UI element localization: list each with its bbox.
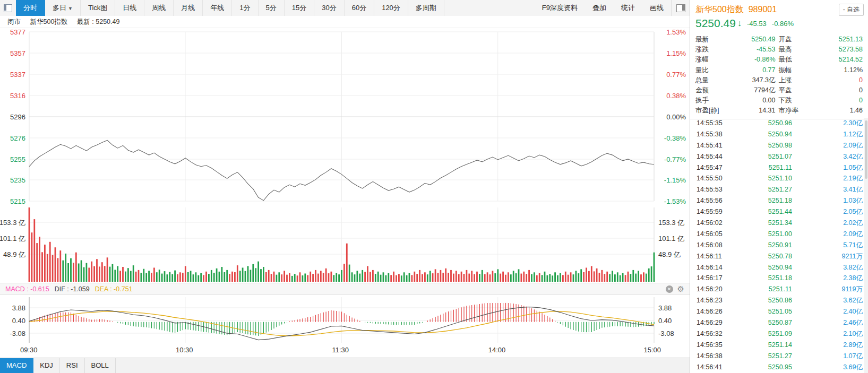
tick-time: 14:56:23: [697, 295, 739, 306]
tick-price: 5250.96: [739, 118, 792, 129]
last-price: 5250.49: [695, 17, 736, 30]
tick-row[interactable]: 14:55:355250.962.30亿: [690, 118, 864, 129]
tick-row[interactable]: 14:55:505251.102.19亿: [690, 173, 864, 184]
tick-volume: 2.09亿: [792, 229, 863, 240]
macd-chart[interactable]: 3.883.880.400.40-3.08-3.08: [0, 295, 690, 344]
tick-row[interactable]: 14:56:235250.863.62亿: [690, 295, 864, 306]
period-tab-多日[interactable]: 多日▼: [45, 0, 81, 16]
period-tab-1分[interactable]: 1分: [232, 0, 258, 16]
tick-price: 5251.27: [739, 351, 792, 362]
volume-bar: [474, 274, 475, 282]
watchlist-remove-button[interactable]: - 自选: [839, 4, 864, 16]
tick-row[interactable]: 14:56:355251.142.89亿: [690, 340, 864, 351]
period-tab-Tick图[interactable]: Tick图: [81, 0, 115, 16]
tick-time: 14:56:08: [697, 240, 739, 251]
tick-row[interactable]: 14:55:445251.073.42亿: [690, 151, 864, 162]
tick-row[interactable]: 14:56:085250.915.71亿: [690, 240, 864, 251]
indicator-tab-RSI[interactable]: RSI: [60, 358, 85, 373]
tick-row[interactable]: 14:56:025251.342.02亿: [690, 218, 864, 229]
tick-row[interactable]: 14:56:205251.119119万: [690, 284, 864, 295]
tick-row[interactable]: 14:56:415250.953.69亿: [690, 362, 864, 373]
volume-bar: [219, 272, 220, 282]
toolbar-item-叠加[interactable]: 叠加: [585, 0, 614, 16]
right-panel-toggle-icon[interactable]: [671, 0, 690, 16]
period-tab-30分[interactable]: 30分: [314, 0, 344, 16]
tick-row[interactable]: 14:56:145250.943.82亿: [690, 262, 864, 273]
tick-time: 14:56:05: [697, 229, 739, 240]
volume-axis-tick: 153.3 亿: [0, 219, 25, 227]
volume-bar: [596, 268, 598, 282]
tick-row[interactable]: 14:56:175251.182.38亿: [690, 273, 864, 284]
toolbar-item-画线[interactable]: 画线: [642, 0, 671, 16]
volume-bar: [200, 273, 202, 282]
volume-bar: [107, 257, 108, 282]
tick-row[interactable]: 14:56:055251.002.09亿: [690, 229, 864, 240]
price-axis-tick: 5296: [10, 113, 25, 121]
period-tab-15分[interactable]: 15分: [285, 0, 314, 16]
pct-axis-tick: 1.53%: [666, 28, 686, 36]
volume-bar: [390, 275, 392, 282]
tick-row[interactable]: 14:56:265251.052.40亿: [690, 306, 864, 317]
close-indicator-icon[interactable]: ✕: [666, 285, 673, 293]
period-tab-日线[interactable]: 日线: [115, 0, 144, 16]
period-tab-60分[interactable]: 60分: [345, 0, 374, 16]
volume-bar: [143, 269, 144, 282]
status-latest-price: 最新 : 5250.49: [77, 18, 120, 25]
tick-row[interactable]: 14:55:535251.273.41亿: [690, 184, 864, 195]
period-tab-月线[interactable]: 月线: [174, 0, 203, 16]
volume-chart[interactable]: 153.3 亿153.3 亿101.1 亿101.1 亿48.9 亿48.9 亿: [0, 204, 690, 283]
volume-bar: [614, 274, 616, 282]
period-tab-多周期[interactable]: 多周期: [408, 0, 444, 16]
indicator-tab-MACD[interactable]: MACD: [0, 358, 33, 373]
tick-row[interactable]: 14:55:415250.982.09亿: [690, 140, 864, 151]
stat-value: 5251.13: [810, 34, 863, 45]
volume-bar: [145, 273, 147, 282]
period-tab-年线[interactable]: 年线: [203, 0, 232, 16]
stat-label: 金额: [695, 85, 725, 96]
volume-bar: [294, 274, 296, 282]
tick-volume: 9211万: [792, 251, 863, 262]
volume-bar: [648, 268, 650, 282]
tick-time: 14:56:38: [697, 351, 739, 362]
volume-bar: [364, 272, 366, 282]
volume-bar: [271, 274, 272, 282]
tick-row[interactable]: 14:55:595251.442.05亿: [690, 206, 864, 218]
volume-bar: [448, 273, 449, 282]
tick-row[interactable]: 14:56:115250.789211万: [690, 251, 864, 262]
period-tab-120分[interactable]: 120分: [374, 0, 408, 16]
volume-bar: [604, 274, 605, 282]
stat-value: 7794亿: [725, 85, 779, 96]
tick-row[interactable]: 14:56:385251.271.07亿: [690, 351, 864, 362]
price-chart[interactable]: 5377535753375316529652765255523552151.53…: [0, 28, 690, 204]
tick-row[interactable]: 14:55:475251.111.05亿: [690, 162, 864, 174]
volume-bar: [568, 275, 569, 282]
volume-bar: [429, 271, 431, 282]
indicator-tab-KDJ[interactable]: KDJ: [33, 358, 60, 373]
period-tab-分时[interactable]: 分时: [16, 0, 45, 16]
scrollbar-thumb[interactable]: [865, 120, 867, 179]
volume-bar: [39, 237, 40, 282]
tick-time: 14:56:26: [697, 306, 739, 317]
scrollbar-track[interactable]: [864, 118, 868, 373]
macd-header-bar: MACD : -0.615 DIF : -1.059 DEA : -0.751 …: [0, 283, 690, 295]
period-tab-周线[interactable]: 周线: [144, 0, 174, 16]
price-change: -45.53: [747, 20, 767, 28]
stat-value: 0: [810, 85, 863, 96]
volume-bar: [437, 273, 439, 282]
toolbar-item-F9深度资料[interactable]: F9深度资料: [535, 0, 585, 16]
time-and-sales-list[interactable]: 14:55:355250.962.30亿14:55:385250.941.12亿…: [690, 118, 864, 373]
tick-row[interactable]: 14:56:295250.872.46亿: [690, 317, 864, 328]
indicator-tab-BOLL[interactable]: BOLL: [85, 358, 116, 373]
tick-volume: 3.62亿: [792, 295, 863, 306]
tick-time: 14:55:44: [697, 151, 739, 162]
toolbar-item-统计[interactable]: 统计: [614, 0, 642, 16]
macd-axis-tick: 3.88: [12, 304, 25, 312]
indicator-settings-icon[interactable]: ⚙: [677, 285, 684, 293]
tick-row[interactable]: 14:55:385250.941.12亿: [690, 129, 864, 140]
period-tab-5分[interactable]: 5分: [259, 0, 285, 16]
tick-row[interactable]: 14:55:565251.181.03亿: [690, 195, 864, 206]
tick-row[interactable]: 14:56:325251.092.10亿: [690, 328, 864, 340]
stat-label: 上涨: [779, 75, 810, 85]
volume-bar: [403, 272, 405, 282]
layout-panel-icon[interactable]: [0, 0, 16, 16]
